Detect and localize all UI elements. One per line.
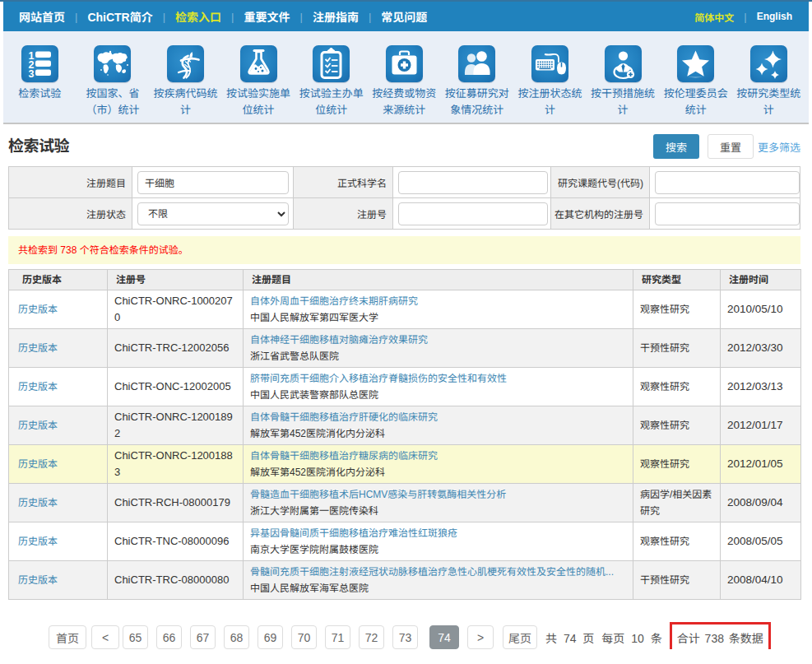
- svg-text:3: 3: [28, 68, 34, 80]
